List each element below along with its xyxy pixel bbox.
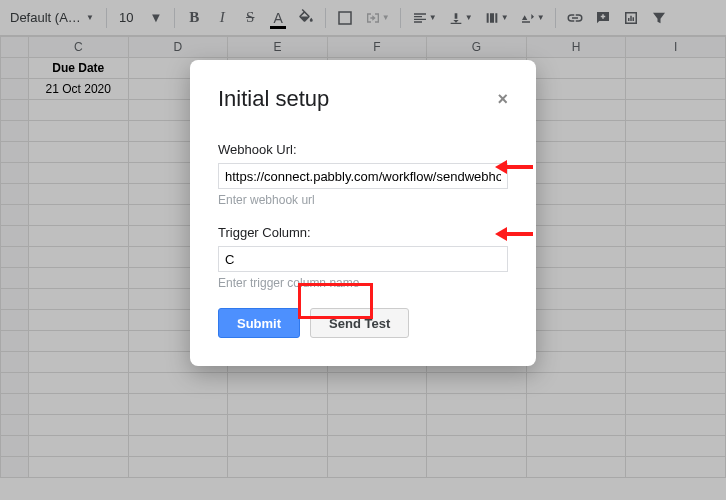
- trigger-column-hint: Enter trigger column name: [218, 276, 508, 290]
- trigger-column-group: Trigger Column: Enter trigger column nam…: [218, 225, 508, 290]
- close-button[interactable]: ×: [497, 90, 508, 108]
- submit-button[interactable]: Submit: [218, 308, 300, 338]
- trigger-column-input[interactable]: [218, 246, 508, 272]
- dialog-title: Initial setup: [218, 86, 329, 112]
- modal-backdrop: Initial setup × Webhook Url: Enter webho…: [0, 0, 726, 500]
- webhook-url-hint: Enter webhook url: [218, 193, 508, 207]
- webhook-url-group: Webhook Url: Enter webhook url: [218, 142, 508, 207]
- trigger-column-label: Trigger Column:: [218, 225, 508, 240]
- send-test-button[interactable]: Send Test: [310, 308, 409, 338]
- initial-setup-dialog: Initial setup × Webhook Url: Enter webho…: [190, 60, 536, 366]
- webhook-url-label: Webhook Url:: [218, 142, 508, 157]
- webhook-url-input[interactable]: [218, 163, 508, 189]
